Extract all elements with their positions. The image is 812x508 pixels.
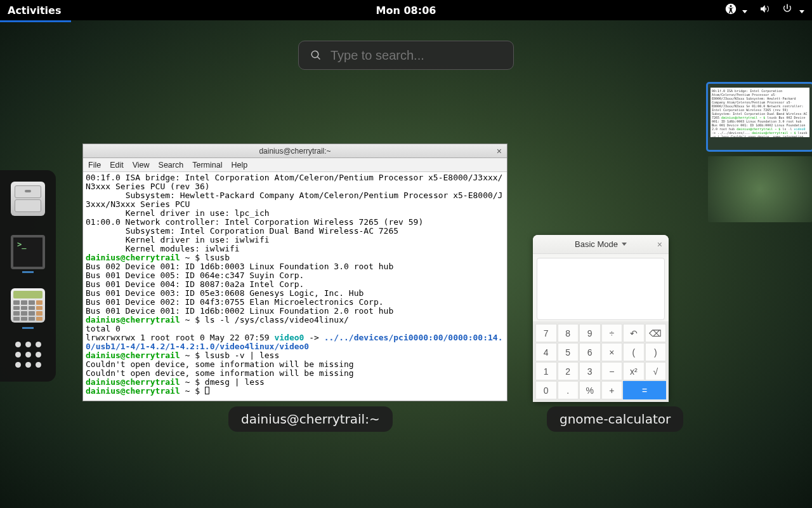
terminal-cursor bbox=[205, 387, 209, 394]
workspace-thumb-2[interactable] bbox=[708, 156, 812, 222]
activities-button[interactable]: Activities bbox=[8, 4, 61, 17]
calc-key-8[interactable]: 8 bbox=[558, 324, 579, 342]
calc-key-4[interactable]: 4 bbox=[535, 343, 557, 361]
terminal-title: dainius@cherrytrail:~ bbox=[259, 147, 331, 156]
accessibility-menu[interactable] bbox=[725, 3, 748, 17]
calc-key-divide[interactable]: ÷ bbox=[601, 324, 623, 342]
clock[interactable]: Mon 08:06 bbox=[376, 4, 436, 17]
calc-key-dot[interactable]: . bbox=[558, 381, 579, 399]
window-terminal[interactable]: dainius@cherrytrail:~ × File Edit View S… bbox=[82, 144, 508, 401]
calc-key-7[interactable]: 7 bbox=[535, 324, 557, 342]
terminal-body[interactable]: 00:1f.0 ISA bridge: Intel Corporation At… bbox=[83, 172, 507, 401]
chevron-down-icon bbox=[622, 243, 627, 246]
top-panel: Activities Mon 08:06 bbox=[0, 0, 812, 20]
terminal-menubar: File Edit View Search Terminal Help bbox=[83, 158, 507, 172]
calc-titlebar[interactable]: Basic Mode × bbox=[533, 235, 669, 254]
calc-key-rparen[interactable]: ) bbox=[645, 343, 667, 361]
chevron-down-icon bbox=[799, 10, 804, 13]
close-button[interactable]: × bbox=[497, 146, 502, 156]
window-label-calculator: gnome-calculator bbox=[547, 406, 683, 432]
calc-keypad: 7 8 9 ÷ ↶ ⌫ 4 5 6 × ( ) 1 2 3 − x² √ 0 .… bbox=[533, 321, 669, 402]
calc-key-multiply[interactable]: × bbox=[601, 343, 623, 361]
calc-key-percent[interactable]: % bbox=[579, 381, 601, 399]
calc-key-undo[interactable]: ↶ bbox=[623, 324, 645, 342]
calc-key-square[interactable]: x² bbox=[623, 362, 645, 380]
calc-key-equals[interactable]: = bbox=[623, 381, 666, 399]
menu-edit[interactable]: Edit bbox=[110, 161, 124, 170]
window-label-terminal: dainius@cherrytrail:~ bbox=[228, 406, 393, 432]
dash-app-files[interactable] bbox=[11, 182, 45, 216]
calc-mode-label[interactable]: Basic Mode bbox=[575, 239, 618, 249]
dash-app-terminal[interactable] bbox=[11, 235, 45, 269]
volume-menu[interactable] bbox=[759, 3, 770, 17]
calc-key-minus[interactable]: − bbox=[601, 362, 623, 380]
activities-underline bbox=[0, 20, 71, 22]
dash bbox=[0, 170, 56, 382]
menu-view[interactable]: View bbox=[133, 161, 150, 170]
volume-icon bbox=[759, 3, 770, 15]
calc-key-3[interactable]: 3 bbox=[579, 362, 601, 380]
calc-key-6[interactable]: 6 bbox=[579, 343, 601, 361]
calc-key-1[interactable]: 1 bbox=[535, 362, 557, 380]
close-button[interactable]: × bbox=[657, 239, 662, 250]
menu-search[interactable]: Search bbox=[159, 161, 184, 170]
show-applications-button[interactable] bbox=[15, 342, 41, 368]
power-menu[interactable] bbox=[782, 3, 804, 17]
window-calculator[interactable]: Basic Mode × 7 8 9 ÷ ↶ ⌫ 4 5 6 × ( ) 1 2… bbox=[533, 235, 669, 402]
calc-key-9[interactable]: 9 bbox=[579, 324, 601, 342]
menu-help[interactable]: Help bbox=[231, 161, 247, 170]
power-icon bbox=[782, 3, 793, 15]
workspace-thumb-preview: 00:1f.0 ISA bridge: Intel Corporation At… bbox=[710, 88, 809, 137]
running-indicator bbox=[22, 327, 34, 329]
dash-app-calculator[interactable] bbox=[11, 288, 45, 323]
workspace-switcher: 00:1f.0 ISA bridge: Intel Corporation At… bbox=[698, 84, 812, 222]
menu-terminal[interactable]: Terminal bbox=[192, 161, 222, 170]
running-indicator bbox=[22, 271, 34, 273]
search-input[interactable] bbox=[331, 48, 502, 63]
overview-search[interactable] bbox=[298, 41, 514, 70]
accessibility-icon bbox=[725, 3, 737, 15]
calc-key-backspace[interactable]: ⌫ bbox=[645, 324, 667, 342]
calc-key-0[interactable]: 0 bbox=[535, 381, 557, 399]
svg-point-1 bbox=[730, 5, 731, 7]
calc-key-5[interactable]: 5 bbox=[558, 343, 579, 361]
workspace-thumb-1[interactable]: 00:1f.0 ISA bridge: Intel Corporation At… bbox=[708, 84, 812, 150]
calc-key-sqrt[interactable]: √ bbox=[645, 362, 667, 380]
search-icon bbox=[310, 49, 322, 62]
calc-key-lparen[interactable]: ( bbox=[623, 343, 645, 361]
calc-key-plus[interactable]: + bbox=[601, 381, 623, 399]
status-area bbox=[725, 3, 804, 17]
menu-file[interactable]: File bbox=[88, 161, 101, 170]
terminal-titlebar[interactable]: dainius@cherrytrail:~ × bbox=[83, 144, 507, 158]
calc-key-2[interactable]: 2 bbox=[558, 362, 579, 380]
chevron-down-icon bbox=[742, 10, 747, 13]
calc-display[interactable] bbox=[537, 258, 665, 320]
